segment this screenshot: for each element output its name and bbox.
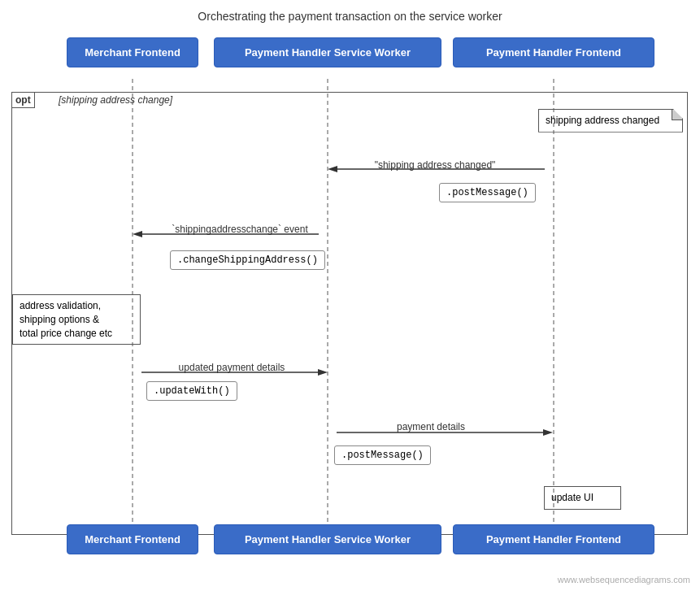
actor-payment-frontend-bottom: Payment Handler Frontend: [453, 524, 654, 554]
method-post-message-2: .postMessage(): [334, 445, 431, 465]
label-payment-details: payment details: [333, 421, 528, 432]
opt-label: opt: [11, 92, 35, 108]
method-change-shipping: .changeShippingAddress(): [170, 250, 325, 270]
label-shippingaddresschange: `shippingaddresschange` event: [142, 224, 337, 235]
diagram-title: Orchestrating the payment transaction on…: [0, 0, 700, 31]
actor-service-worker-bottom: Payment Handler Service Worker: [214, 524, 441, 554]
actor-merchant-top: Merchant Frontend: [67, 37, 198, 67]
guard-label: [shipping address change]: [59, 94, 172, 106]
actor-merchant-bottom: Merchant Frontend: [67, 524, 198, 554]
watermark: www.websequencediagrams.com: [558, 575, 690, 584]
actor-service-worker-top: Payment Handler Service Worker: [214, 37, 441, 67]
method-post-message-1: .postMessage(): [439, 183, 536, 202]
label-updated-payment: updated payment details: [146, 362, 317, 373]
actor-payment-frontend-top: Payment Handler Frontend: [453, 37, 654, 67]
note-update-ui: update UI: [544, 486, 621, 510]
note-address-validation: address validation,shipping options &tot…: [12, 294, 141, 345]
label-shipping-address-changed: "shipping address changed": [341, 159, 528, 171]
note-shipping-changed: shipping address changed: [538, 109, 683, 133]
diagram-container: Orchestrating the payment transaction on…: [0, 0, 700, 591]
method-update-with: .updateWith(): [146, 381, 237, 401]
